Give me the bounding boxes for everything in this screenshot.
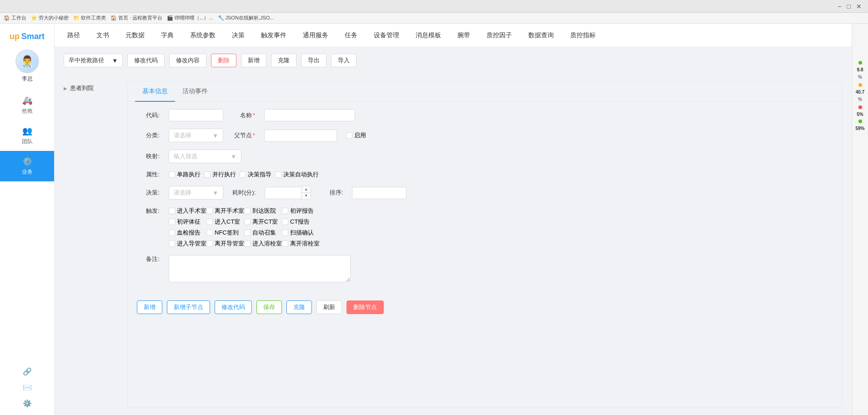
attr-single-exec[interactable]: 单路执行 — [169, 170, 201, 179]
time-input[interactable] — [265, 187, 301, 199]
decision-select[interactable]: 请选择 ▼ — [169, 186, 223, 200]
nav-task[interactable]: 任务 — [341, 29, 361, 42]
nav-wristband[interactable]: 腕带 — [454, 29, 474, 42]
notes-textarea[interactable] — [169, 255, 351, 282]
nav-common-service[interactable]: 通用服务 — [299, 29, 332, 42]
bottom-edit-code-button[interactable]: 修改代码 — [215, 300, 252, 314]
minimize-button[interactable]: − — [835, 2, 844, 11]
trigger-scan-confirm[interactable]: 扫描确认 — [282, 229, 320, 237]
trigger-leave-ct[interactable]: 离开CT室 — [244, 218, 282, 226]
bookmark-item[interactable]: 🏠 首页 · 远程教育平台 — [110, 15, 162, 21]
logo-up: up — [10, 32, 20, 41]
name-input[interactable] — [264, 109, 355, 121]
stat-unit-2: % — [858, 96, 862, 103]
nav-document[interactable]: 文书 — [93, 29, 113, 42]
enable-checkbox[interactable]: 启用 — [346, 131, 366, 140]
sidebar-item-business-label: 业务 — [22, 168, 33, 176]
nav-data-query[interactable]: 数据查询 — [525, 29, 557, 42]
nav-metadata[interactable]: 元数据 — [122, 29, 148, 42]
sidebar-item-team[interactable]: 👥 团队 — [0, 120, 54, 151]
form-row-decision: 决策: 请选择 ▼ 耗时(分): ▲ ▼ — [137, 186, 833, 200]
spinner-up-button[interactable]: ▲ — [301, 186, 311, 193]
tab-activity-events[interactable]: 活动事件 — [175, 82, 215, 102]
bottom-add-button[interactable]: 新增 — [137, 300, 162, 314]
trigger-enter-ct[interactable]: 进入CT室 — [206, 218, 244, 226]
stat-value-3: 5% — [857, 112, 863, 117]
parent-node-input[interactable] — [264, 130, 337, 142]
close-button[interactable]: ✕ — [853, 2, 864, 11]
attr-label: 属性: — [137, 170, 160, 179]
sidebar-item-team-label: 团队 — [22, 138, 33, 145]
chevron-down-icon: ▼ — [112, 57, 118, 64]
business-icon: ⚙️ — [22, 156, 32, 166]
settings-icon[interactable]: ⚙️ — [23, 399, 32, 408]
bottom-refresh-button[interactable]: 刷新 — [316, 300, 342, 314]
nav-message-template[interactable]: 消息模板 — [412, 29, 445, 42]
trigger-enter-or[interactable]: 进入手术室 — [169, 207, 206, 215]
link-icon[interactable]: 🔗 — [23, 367, 32, 376]
export-button[interactable]: 导出 — [301, 54, 326, 67]
spinner-down-button[interactable]: ▼ — [301, 193, 311, 199]
trigger-enter-thrombolysis[interactable]: 进入溶栓室 — [244, 240, 282, 248]
bottom-buttons: 新增 新增子节点 修改代码 保存 克隆 刷新 删除节点 — [128, 297, 842, 321]
trigger-arrive-hospital[interactable]: 到达医院 — [244, 207, 282, 215]
attr-decision-auto-exec[interactable]: 决策自动执行 — [275, 170, 319, 179]
code-input[interactable] — [169, 109, 223, 121]
category-select[interactable]: 请选择 ▼ — [169, 129, 223, 142]
sidebar-item-rescue[interactable]: 🚑 抢救 — [0, 90, 54, 120]
form-row-mapping: 映射: 输入筛选 ▼ — [137, 150, 833, 163]
enable-checkbox-box[interactable] — [346, 132, 352, 139]
trigger-ct-report[interactable]: CT报告 — [282, 218, 320, 226]
edit-content-button[interactable]: 修改内容 — [169, 54, 206, 67]
attr-parallel-exec[interactable]: 并行执行 — [204, 170, 236, 179]
tree-item-patient-arrival[interactable]: ▶ 患者到院 — [64, 81, 118, 95]
trigger-leave-or[interactable]: 离开手术室 — [206, 207, 244, 215]
nav-trigger-events[interactable]: 触发事件 — [257, 29, 290, 42]
bookmark-item[interactable]: ⭐ 劳大的小秘密 — [31, 15, 69, 21]
order-input[interactable] — [352, 187, 406, 199]
tab-bar: 基本信息 活动事件 — [128, 82, 842, 102]
trigger-enter-catheter[interactable]: 进入导管室 — [169, 240, 206, 248]
trigger-initial-signs[interactable]: 初评体征 — [169, 218, 206, 226]
nav-quality-indicator[interactable]: 质控指标 — [567, 29, 599, 42]
tab-basic-info[interactable]: 基本信息 — [135, 82, 175, 102]
nav-quality-factor[interactable]: 质控因子 — [483, 29, 516, 42]
tree-item-label: 患者到院 — [70, 84, 94, 92]
bookmark-item[interactable]: 🏠 工作台 — [4, 15, 26, 21]
sidebar-item-rescue-label: 抢救 — [22, 107, 33, 115]
mail-icon[interactable]: ✉️ — [23, 383, 32, 392]
sidebar-item-business[interactable]: ⚙️ 业务 — [0, 151, 54, 181]
nav-decision[interactable]: 决策 — [228, 29, 248, 42]
bookmark-item[interactable]: 📁 软件工类类 — [73, 15, 106, 21]
attr-decision-guide[interactable]: 决策指导 — [240, 170, 271, 179]
trigger-nfc-checkin[interactable]: NFC签到 — [206, 229, 244, 237]
mapping-select[interactable]: 输入筛选 ▼ — [169, 150, 241, 163]
clone-button[interactable]: 克隆 — [271, 54, 296, 67]
code-label: 代码: — [137, 111, 160, 120]
bottom-clone-button[interactable]: 克隆 — [286, 300, 312, 314]
nav-path[interactable]: 路径 — [64, 29, 84, 42]
bottom-add-child-button[interactable]: 新增子节点 — [167, 300, 210, 314]
add-button[interactable]: 新增 — [241, 54, 266, 67]
nav-dictionary[interactable]: 字典 — [157, 29, 177, 42]
trigger-auto-gather[interactable]: 自动召集 — [244, 229, 282, 237]
time-spinner[interactable]: ▲ ▼ — [265, 186, 311, 200]
nav-device-management[interactable]: 设备管理 — [370, 29, 403, 42]
maximize-button[interactable]: □ — [844, 2, 853, 11]
pathway-dropdown[interactable]: 卒中抢救路径 ▼ — [64, 54, 123, 67]
bookmark-item[interactable]: 🎬 哔哩哔哩（...）... — [167, 15, 213, 21]
delete-button[interactable]: 删除 — [211, 54, 236, 67]
stat-value-2: 40.7 — [856, 90, 864, 95]
edit-code-button[interactable]: 修改代码 — [127, 54, 165, 67]
import-button[interactable]: 导入 — [331, 54, 356, 67]
trigger-leave-thrombolysis[interactable]: 离开溶栓室 — [282, 240, 320, 248]
form-row-category: 分类: 请选择 ▼ 父节点 启用 — [137, 129, 833, 142]
nav-system-params[interactable]: 系统参数 — [186, 29, 219, 42]
trigger-blood-report[interactable]: 血检报告 — [169, 229, 206, 237]
trigger-leave-catheter[interactable]: 离开导管室 — [206, 240, 244, 248]
stat-dot-yellow — [858, 83, 862, 87]
bottom-save-button[interactable]: 保存 — [256, 300, 282, 314]
bottom-delete-node-button[interactable]: 删除节点 — [346, 300, 384, 314]
trigger-initial-report[interactable]: 初评报告 — [282, 207, 320, 215]
bookmark-item[interactable]: 🔧 JSON在线解析,JSO... — [218, 15, 274, 21]
